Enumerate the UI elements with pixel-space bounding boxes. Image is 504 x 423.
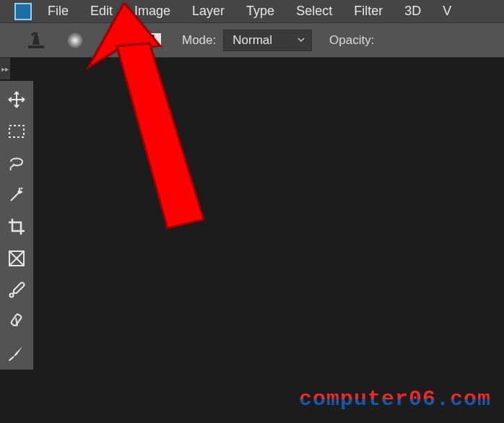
eyedropper-tool[interactable]	[4, 274, 30, 306]
toolbox	[0, 81, 33, 370]
rectangular-marquee-tool[interactable]	[4, 115, 30, 147]
menu-edit[interactable]: Edit	[90, 4, 113, 19]
svg-point-2	[67, 32, 83, 48]
clone-source-panel-icon[interactable]	[143, 30, 163, 51]
menu-view-partial[interactable]: V	[443, 4, 451, 19]
svg-rect-9	[9, 126, 24, 137]
move-tool[interactable]	[4, 84, 30, 115]
lasso-tool[interactable]	[4, 147, 30, 179]
chevron-down-icon	[297, 33, 305, 48]
brush-tool[interactable]	[4, 338, 30, 370]
brush-preset-icon[interactable]	[65, 30, 85, 51]
mode-value: Normal	[233, 33, 272, 48]
chevron-right-icon: ▸▸	[1, 65, 9, 73]
svg-line-10	[11, 192, 19, 201]
options-bar: Mode: Normal Opacity:	[0, 23, 504, 58]
healing-brush-tool[interactable]	[4, 306, 30, 338]
mode-dropdown[interactable]: Normal	[223, 30, 312, 51]
panel-collapse-handle[interactable]: ▸▸	[0, 58, 10, 79]
toggle-brush-panel-icon[interactable]	[104, 30, 124, 51]
menu-filter[interactable]: Filter	[354, 4, 383, 19]
app-logo	[14, 3, 32, 20]
menu-select[interactable]: Select	[296, 4, 332, 19]
menu-layer[interactable]: Layer	[192, 4, 225, 19]
svg-line-13	[21, 188, 22, 189]
watermark-text: computer06.com	[299, 387, 491, 411]
mode-label: Mode:	[182, 33, 216, 48]
menu-file[interactable]: File	[48, 4, 69, 19]
crop-tool[interactable]	[4, 211, 30, 243]
menu-type[interactable]: Type	[246, 4, 274, 19]
magic-wand-tool[interactable]	[4, 179, 30, 211]
svg-rect-6	[152, 35, 155, 38]
menu-3d[interactable]: 3D	[404, 4, 421, 19]
menu-bar: File Edit Image Layer Type Select Filter…	[0, 0, 504, 23]
svg-rect-0	[28, 45, 44, 48]
opacity-label: Opacity:	[329, 33, 374, 48]
svg-rect-5	[147, 43, 159, 45]
svg-point-14	[19, 191, 21, 193]
menu-image[interactable]: Image	[134, 4, 170, 19]
canvas-area[interactable]	[33, 58, 504, 423]
clone-stamp-tool-indicator-icon[interactable]	[26, 30, 46, 51]
svg-point-18	[10, 294, 14, 297]
frame-tool[interactable]	[4, 243, 30, 274]
